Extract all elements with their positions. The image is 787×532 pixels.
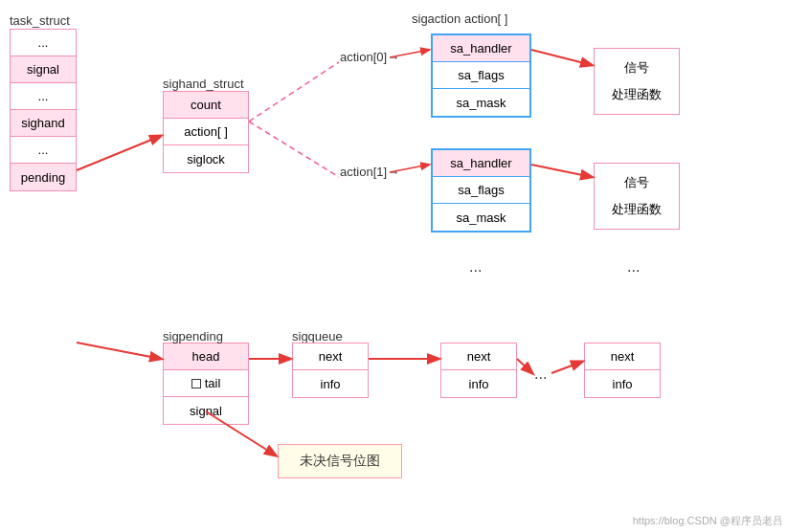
- bitmap-label: 未决信号位图: [279, 445, 401, 477]
- sighand-cell-siglock: siglock: [164, 145, 248, 172]
- signal-handler1-box: 信号 处理函数: [594, 48, 680, 115]
- sigqueue1-box: next info: [292, 343, 369, 398]
- sa-handler-1: sa_handler: [433, 35, 529, 62]
- signal-handler2-box: 信号 处理函数: [594, 163, 680, 230]
- sq2-next: next: [441, 344, 516, 370]
- sigaction-group1-box: sa_handler sa_flags sa_mask: [431, 33, 531, 118]
- action0-label: action[0]→: [340, 50, 399, 64]
- svg-line-1: [249, 62, 339, 122]
- sigaction-label: sigaction action[ ]: [412, 11, 507, 26]
- queue-ellipsis: ...: [534, 366, 547, 383]
- sighand-struct-label: sighand_struct: [163, 77, 244, 91]
- sigqueue-label: sigqueue: [292, 329, 343, 344]
- sh1-line2: 处理函数: [595, 81, 679, 108]
- sq2-info: info: [441, 370, 516, 397]
- diagram: ... signal ... sighand ... pending task_…: [0, 0, 787, 532]
- sq3-info: info: [585, 370, 660, 397]
- sa-mask-1: sa_mask: [433, 89, 529, 116]
- sigpending-head: head: [164, 344, 248, 370]
- sa-handler-2: sa_handler: [433, 150, 529, 177]
- svg-line-2: [249, 122, 339, 177]
- svg-line-11: [551, 362, 582, 373]
- svg-line-10: [517, 359, 532, 373]
- svg-line-5: [531, 50, 592, 65]
- sigpending-label: sigpending: [163, 329, 223, 344]
- sighand-struct-box: count action[ ] siglock: [163, 91, 249, 173]
- task-cell-dots1: ...: [11, 30, 76, 56]
- sa-flags-1: sa_flags: [433, 62, 529, 89]
- sq1-next: next: [293, 344, 368, 370]
- sigqueue3-box: next info: [584, 343, 661, 398]
- task-cell-sighand: sighand: [11, 110, 76, 137]
- task-struct-label: task_struct: [10, 13, 70, 28]
- handler-ellipsis: ...: [627, 258, 640, 276]
- svg-line-6: [531, 165, 592, 177]
- sq1-info: info: [293, 370, 368, 397]
- sigpending-box: head tail signal: [163, 343, 249, 425]
- signal-bitmap-box: 未决信号位图: [278, 444, 402, 478]
- sigpending-tail: tail: [164, 370, 248, 397]
- task-struct-box: ... signal ... sighand ... pending: [10, 29, 77, 191]
- sq3-next: next: [585, 344, 660, 370]
- sh2-line2: 处理函数: [595, 196, 679, 223]
- sh1-line1: 信号: [595, 55, 679, 81]
- svg-line-7: [77, 343, 161, 359]
- sighand-cell-action: action[ ]: [164, 119, 248, 145]
- sa-flags-2: sa_flags: [433, 177, 529, 204]
- task-cell-dots2: ...: [11, 83, 76, 110]
- sigaction-ellipsis: ...: [469, 258, 482, 276]
- task-cell-dots3: ...: [11, 137, 76, 164]
- action1-label: action[1]→: [340, 165, 399, 179]
- sa-mask-2: sa_mask: [433, 204, 529, 231]
- sigpending-signal: signal: [164, 397, 248, 424]
- svg-line-0: [77, 136, 161, 170]
- task-cell-signal: signal: [11, 56, 76, 83]
- task-cell-pending: pending: [11, 164, 76, 190]
- watermark: https://blog.CSDN @程序员老吕: [633, 514, 783, 528]
- sigqueue2-box: next info: [440, 343, 517, 398]
- sighand-cell-count: count: [164, 92, 248, 119]
- sigaction-group2-box: sa_handler sa_flags sa_mask: [431, 148, 531, 233]
- sh2-line1: 信号: [595, 169, 679, 196]
